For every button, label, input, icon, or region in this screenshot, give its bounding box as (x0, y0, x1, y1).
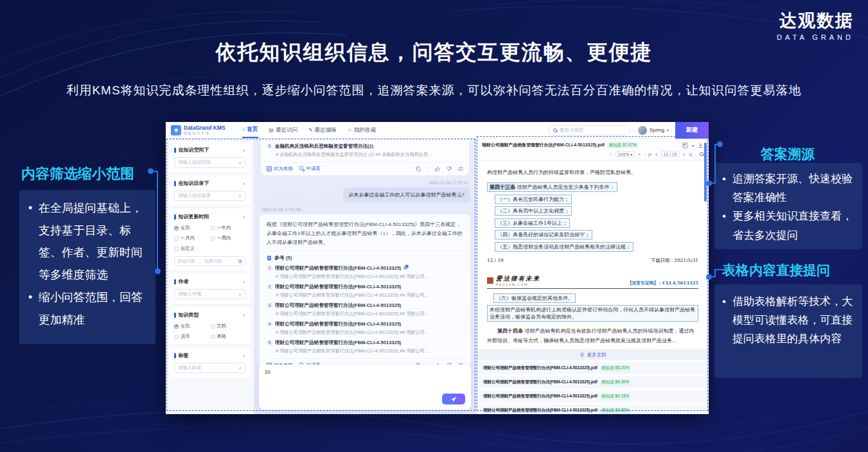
callout-table-title: 表格内容直接提问 (722, 261, 830, 279)
chat-input[interactable]: 20 (259, 365, 471, 410)
filter-section-type: 知识类型 ∧ 全部 文档 (169, 307, 251, 344)
last-page-button[interactable]: >| (688, 152, 692, 157)
open-link-icon[interactable] (403, 265, 409, 270)
chevron-up-icon[interactable]: ∧ (243, 214, 245, 219)
related-doc-row[interactable]: 理财公司理财产品销售管理暂行办法(FBM-CLI-4-5013325).pdf … (477, 376, 709, 388)
chevron-up-icon[interactable]: ∧ (243, 353, 245, 358)
reference-index: 5 (267, 340, 272, 345)
chat-input-value: 20 (265, 369, 270, 375)
avatar[interactable] (638, 126, 647, 135)
document-icon (267, 256, 272, 261)
reference-title[interactable]: 理财公司理财产品销售管理暂行办法(FBM-CLI-4-5013325) (275, 340, 402, 346)
zoom-in-button[interactable]: + (638, 152, 641, 157)
prev-page-button[interactable]: < (655, 152, 658, 157)
send-icon (450, 396, 457, 403)
radio-option[interactable]: 自定义 (174, 245, 209, 252)
chevron-down-icon[interactable]: ▾ (692, 143, 694, 148)
related-doc-row[interactable]: 理财公司理财产品销售管理暂行办法(FBM-CLI-4-5013325).pdf … (477, 404, 709, 414)
zoom-out-button[interactable]: − (610, 152, 612, 157)
radio-label: 一月内 (181, 235, 195, 241)
reference-item[interactable]: 1 理财公司理财产品销售管理暂行办法(FBM-CLI-4-5013325) # … (267, 265, 463, 280)
radio-option[interactable]: 表格 (211, 333, 246, 340)
doc-name[interactable]: 理财公司理财产品销售管理暂行办法(FBM-CLI-4-5013325).pdf (483, 408, 598, 413)
question-timestamp: 2024-01-04 17:51:47 (261, 180, 468, 185)
doc-name[interactable]: 理财公司理财产品销售管理暂行办法(FBM-CLI-4-5013325).pdf (483, 379, 598, 385)
tag-select[interactable]: 请输入标签 ∨ (174, 363, 245, 373)
chevron-up-icon[interactable]: ∧ (243, 313, 245, 317)
doc-name[interactable]: 理财公司理财产品销售管理暂行办法(FBM-CLI-4-5013325).pdf (483, 394, 598, 399)
radio-option[interactable]: 一年内 (211, 225, 246, 231)
chevron-down-icon: ∨ (238, 365, 242, 371)
search-input[interactable] (560, 127, 625, 133)
nav-item[interactable]: ▤ 最近访问 (269, 122, 298, 138)
related-doc-row[interactable]: 理财公司理财产品销售管理暂行办法(FBM-CLI-4-5013325).pdf … (477, 390, 709, 403)
nav-item-icon: ▤ (269, 127, 274, 133)
feedback-icon[interactable] (458, 166, 463, 171)
nav-item[interactable]: ☆ 我的收藏 (348, 122, 376, 138)
pdf-search-icon[interactable] (700, 152, 704, 156)
reference-title[interactable]: 理财公司理财产品销售管理暂行办法(FBM-CLI-4-5013325) (275, 265, 402, 272)
chevron-up-icon[interactable]: ∧ (243, 148, 245, 152)
reference-title[interactable]: 理财公司理财产品销售管理暂行办法(FBM-CLI-4-5013325) (275, 302, 402, 309)
radio-option[interactable]: 全部 (174, 323, 209, 329)
date-end-placeholder: 结束日期 (204, 258, 222, 265)
pdf-title[interactable]: 理财公司理财产品销售管理暂行办法(FBM-CLI-4-5013325).pdf (482, 142, 605, 148)
pkulaw-logo: 爱法律有未来 PKULAW.COM (487, 275, 540, 286)
pdf-highlighted-clause: （四）具备良好的诚信记录及职业操守； (495, 230, 592, 239)
connector-line (714, 144, 716, 184)
radio-option[interactable]: 一月内 (174, 235, 209, 241)
pdf-scrollbar[interactable] (704, 143, 707, 202)
page-indicator[interactable]: 12 / 19 (661, 151, 680, 157)
reference-item[interactable]: 2 理财公司理财产品销售管理暂行办法(FBM-CLI-4-5013325) # … (267, 284, 463, 299)
search-box[interactable] (548, 125, 630, 135)
catalog-select[interactable]: 请输入知识目录 ∨ (174, 191, 245, 201)
reference-title[interactable]: 金融机构反洗钱和反恐怖融资监督管理办法(2) (275, 143, 374, 150)
related-doc-row[interactable]: 理财公司理财产品销售管理暂行办法(FBM-CLI-4-5013325).pdf … (477, 362, 709, 374)
radio-label: 文档 (217, 323, 227, 329)
doc-name[interactable]: 理财公司理财产品销售管理暂行办法(FBM-CLI-4-5013325).pdf (483, 365, 598, 371)
app-body: 在知识空间下 ∧ 请输入知识空间 ∨ 在知识目录下 ∧ 请输入知识目录 ∨ (166, 139, 709, 414)
radio-option[interactable]: 文档 (211, 323, 246, 329)
pdf-page-content: 爱法律有未来 PKULAW.COM 【法宝引证码】：CLI.4.5013325 … (477, 269, 709, 349)
space-select[interactable]: 请输入知识空间 ∨ (174, 157, 245, 168)
thumbs-down-icon[interactable] (447, 166, 452, 171)
layout-icon[interactable] (682, 143, 688, 148)
related-doc-list: 理财公司理财产品销售管理暂行办法(FBM-CLI-4-5013325).pdf … (477, 360, 709, 414)
radio-option[interactable]: 演示 (174, 333, 209, 340)
more-docs-button[interactable]: 更多文档 (477, 349, 709, 360)
first-page-button[interactable]: |< (648, 152, 652, 157)
to-table-button[interactable]: 转为表格 (267, 166, 293, 172)
nav-item[interactable]: ⌂ 首页 (242, 122, 258, 138)
radio-label: 一年内 (217, 225, 231, 231)
chevron-down-icon: ▾ (667, 128, 669, 132)
nav-item-label: 首页 (247, 126, 258, 134)
date-range-input[interactable]: 开始日期 → 结束日期 ▦ (174, 256, 245, 266)
zoom-select[interactable]: 100%▾ (616, 151, 635, 157)
reference-label: 参考 (5) (267, 254, 463, 261)
new-button[interactable]: 新建 (675, 122, 709, 139)
brand-logo: 达观数据 DATA GRAND (777, 9, 854, 41)
user-menu[interactable]: Spring ▾ (638, 126, 669, 135)
nav-item[interactable]: ✎ 最近编辑 (308, 122, 337, 138)
chevron-up-icon[interactable]: ∧ (243, 279, 245, 284)
reference-item[interactable]: 5 理财公司理财产品销售管理暂行办法(FBM-CLI-4-5013325) # … (267, 340, 463, 354)
connector-line (157, 171, 158, 270)
reference-title[interactable]: 理财公司理财产品销售管理暂行办法(FBM-CLI-4-5013325) (275, 321, 402, 327)
author-select[interactable]: 请输入作者 ∨ (174, 289, 245, 299)
date-start-placeholder: 开始日期 (177, 258, 195, 265)
reference-item[interactable]: 4 理财公司理财产品销售管理暂行办法(FBM-CLI-4-5013325) # … (267, 321, 463, 336)
download-icon[interactable] (698, 143, 704, 148)
radio-option[interactable]: 一周内 (211, 235, 246, 241)
next-page-button[interactable]: > (683, 152, 686, 157)
pdf-highlighted-clause: （三）从事金融工作1年以上； (495, 218, 570, 228)
thumbs-up-icon[interactable] (435, 166, 440, 171)
copy-icon[interactable] (416, 166, 421, 171)
nav-item-icon: ☆ (348, 127, 352, 133)
chevron-down-icon: ▾ (630, 152, 632, 157)
chevron-up-icon[interactable]: ∧ (243, 181, 245, 186)
reference-title[interactable]: 理财公司理财产品销售管理暂行办法(FBM-CLI-4-5013325) (275, 284, 402, 290)
radio-option[interactable]: 全部 (174, 225, 209, 231)
reference-item[interactable]: 3 理财公司理财产品销售管理暂行办法(FBM-CLI-4-5013325) # … (267, 302, 463, 317)
translate-button[interactable]: 中译英 (299, 166, 321, 172)
send-button[interactable] (442, 394, 465, 404)
